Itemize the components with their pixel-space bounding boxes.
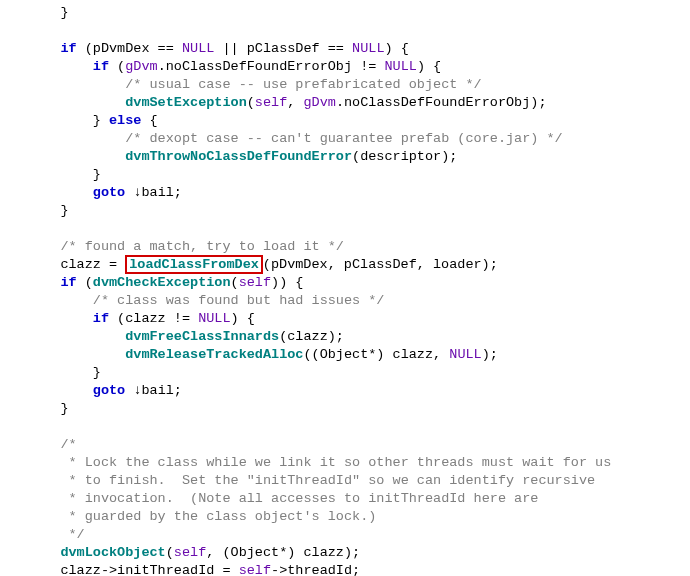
brace: } xyxy=(60,401,68,416)
brace: } xyxy=(93,365,101,380)
t: ( xyxy=(109,59,125,74)
t: ) { xyxy=(384,41,408,56)
t: } xyxy=(93,113,109,128)
t: ( xyxy=(231,275,239,290)
t: )) { xyxy=(271,275,303,290)
comment: /* dexopt case -- can't guarantee prefab… xyxy=(125,131,562,146)
kw-if: if xyxy=(93,59,109,74)
kw-goto: goto xyxy=(93,185,134,200)
fn-dvmsetexception: dvmSetException xyxy=(125,95,247,110)
block-comment: * to finish. Set the "initThreadId" so w… xyxy=(60,473,595,488)
highlighted-loadclassfromdex: loadClassFromDex xyxy=(125,255,263,274)
t: ((Object*) clazz, xyxy=(303,347,449,362)
brace: } xyxy=(60,5,68,20)
t: { xyxy=(141,113,157,128)
t: ); xyxy=(482,347,498,362)
t: (pDvmDex == xyxy=(77,41,182,56)
null: NULL xyxy=(449,347,481,362)
comment: /* class was found but had issues */ xyxy=(93,293,385,308)
assign: clazz = xyxy=(60,257,125,272)
t: .noClassDefFoundErrorObj != xyxy=(158,59,385,74)
kw-else: else xyxy=(109,113,141,128)
var-self: self xyxy=(255,95,287,110)
fn-dvmfree: dvmFreeClassInnards xyxy=(125,329,279,344)
var-gdvm: gDvm xyxy=(303,95,335,110)
var-self: self xyxy=(174,545,206,560)
t: (descriptor); xyxy=(352,149,457,164)
kw-if: if xyxy=(60,41,76,56)
block-comment: /* xyxy=(60,437,76,452)
kw-if: if xyxy=(60,275,76,290)
code-block: } if (pDvmDex == NULL || pClassDef == NU… xyxy=(0,0,690,576)
t: ( xyxy=(247,95,255,110)
t: , xyxy=(287,95,303,110)
null: NULL xyxy=(182,41,214,56)
brace: } xyxy=(60,203,68,218)
block-comment: * Lock the class while we link it so oth… xyxy=(60,455,611,470)
comment: /* usual case -- use prefabricated objec… xyxy=(125,77,481,92)
var-self: self xyxy=(239,275,271,290)
kw-if: if xyxy=(93,311,109,326)
null: NULL xyxy=(384,59,416,74)
label-bail: ↓bail; xyxy=(133,185,182,200)
var-gdvm: gDvm xyxy=(125,59,157,74)
brace: } xyxy=(93,167,101,182)
fn-dvmrelease: dvmReleaseTrackedAlloc xyxy=(125,347,303,362)
stmt: clazz->initThreadId = xyxy=(60,563,238,576)
comment: /* found a match, try to load it */ xyxy=(60,239,344,254)
block-comment: */ xyxy=(60,527,84,542)
null: NULL xyxy=(198,311,230,326)
fn-dvmlock: dvmLockObject xyxy=(60,545,165,560)
fn-dvmthrow: dvmThrowNoClassDefFoundError xyxy=(125,149,352,164)
t: (pDvmDex, pClassDef, loader); xyxy=(263,257,498,272)
t: , (Object*) clazz); xyxy=(206,545,360,560)
t: ) { xyxy=(417,59,441,74)
fn-dvmcheck: dvmCheckException xyxy=(93,275,231,290)
t: ) { xyxy=(231,311,255,326)
t: (clazz); xyxy=(279,329,344,344)
null: NULL xyxy=(352,41,384,56)
t: ->threadId; xyxy=(271,563,360,576)
block-comment: * invocation. (Note all accesses to init… xyxy=(60,491,538,506)
t: || pClassDef == xyxy=(214,41,352,56)
kw-goto: goto xyxy=(93,383,134,398)
label-bail: ↓bail; xyxy=(133,383,182,398)
t: ( xyxy=(77,275,93,290)
t: ( xyxy=(166,545,174,560)
t: .noClassDefFoundErrorObj); xyxy=(336,95,547,110)
var-self: self xyxy=(239,563,271,576)
block-comment: * guarded by the class object's lock.) xyxy=(60,509,376,524)
t: (clazz != xyxy=(109,311,198,326)
